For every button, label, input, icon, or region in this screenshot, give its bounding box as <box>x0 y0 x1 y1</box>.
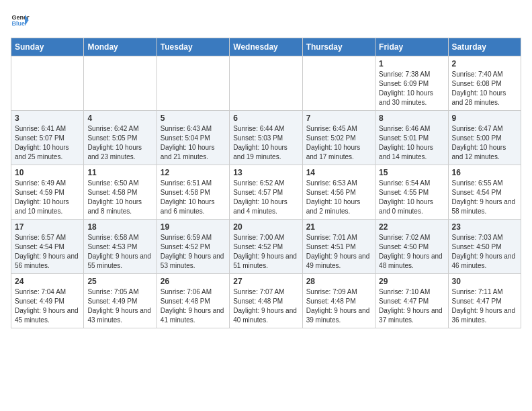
day-info: Sunrise: 6:49 AM Sunset: 4:59 PM Dayligh… <box>15 179 80 216</box>
day-info: Sunrise: 7:07 AM Sunset: 4:48 PM Dayligh… <box>233 287 298 325</box>
weekday-header-monday: Monday <box>84 38 157 56</box>
calendar-cell: 15Sunrise: 6:54 AM Sunset: 4:55 PM Dayli… <box>375 165 448 220</box>
day-info: Sunrise: 7:06 AM Sunset: 4:48 PM Dayligh… <box>161 287 226 325</box>
day-number: 10 <box>15 168 80 177</box>
day-info: Sunrise: 6:57 AM Sunset: 4:54 PM Dayligh… <box>15 233 80 271</box>
day-info: Sunrise: 7:02 AM Sunset: 4:50 PM Dayligh… <box>379 233 444 271</box>
day-info: Sunrise: 7:09 AM Sunset: 4:48 PM Dayligh… <box>306 287 371 325</box>
calendar-cell <box>11 56 84 111</box>
calendar-cell: 11Sunrise: 6:50 AM Sunset: 4:58 PM Dayli… <box>84 165 157 220</box>
day-number: 7 <box>306 113 371 123</box>
calendar-cell: 7Sunrise: 6:45 AM Sunset: 5:02 PM Daylig… <box>302 111 375 165</box>
calendar-cell: 24Sunrise: 7:04 AM Sunset: 4:49 PM Dayli… <box>11 274 84 328</box>
day-number: 5 <box>161 113 226 123</box>
day-info: Sunrise: 6:43 AM Sunset: 5:04 PM Dayligh… <box>161 124 226 162</box>
day-info: Sunrise: 7:11 AM Sunset: 4:47 PM Dayligh… <box>452 287 517 325</box>
calendar-cell: 19Sunrise: 6:59 AM Sunset: 4:52 PM Dayli… <box>157 220 229 274</box>
day-number: 25 <box>87 277 152 286</box>
calendar-cell: 6Sunrise: 6:44 AM Sunset: 5:03 PM Daylig… <box>230 111 302 165</box>
calendar-cell <box>157 56 229 111</box>
day-info: Sunrise: 7:10 AM Sunset: 4:47 PM Dayligh… <box>379 287 444 325</box>
day-info: Sunrise: 7:40 AM Sunset: 6:08 PM Dayligh… <box>452 70 517 107</box>
calendar-cell: 3Sunrise: 6:41 AM Sunset: 5:07 PM Daylig… <box>11 111 84 165</box>
weekday-header-friday: Friday <box>375 38 448 56</box>
calendar-cell: 5Sunrise: 6:43 AM Sunset: 5:04 PM Daylig… <box>157 111 229 165</box>
calendar-cell <box>230 56 302 111</box>
day-number: 3 <box>15 113 80 123</box>
day-number: 19 <box>161 222 226 232</box>
day-number: 4 <box>87 113 152 123</box>
day-info: Sunrise: 7:05 AM Sunset: 4:49 PM Dayligh… <box>87 287 152 325</box>
day-info: Sunrise: 6:51 AM Sunset: 4:58 PM Dayligh… <box>161 179 226 216</box>
calendar-cell: 20Sunrise: 7:00 AM Sunset: 4:52 PM Dayli… <box>230 220 302 274</box>
day-info: Sunrise: 7:04 AM Sunset: 4:49 PM Dayligh… <box>15 287 80 325</box>
day-number: 8 <box>379 113 444 123</box>
day-number: 18 <box>87 222 152 232</box>
day-number: 16 <box>452 168 517 177</box>
day-info: Sunrise: 6:47 AM Sunset: 5:00 PM Dayligh… <box>452 124 517 162</box>
calendar-cell: 14Sunrise: 6:53 AM Sunset: 4:56 PM Dayli… <box>302 165 375 220</box>
day-info: Sunrise: 6:58 AM Sunset: 4:53 PM Dayligh… <box>87 233 152 271</box>
calendar-cell: 13Sunrise: 6:52 AM Sunset: 4:57 PM Dayli… <box>230 165 302 220</box>
day-number: 1 <box>379 59 444 68</box>
calendar-table: SundayMondayTuesdayWednesdayThursdayFrid… <box>11 38 521 328</box>
day-number: 22 <box>379 222 444 232</box>
calendar-cell: 21Sunrise: 7:01 AM Sunset: 4:51 PM Dayli… <box>302 220 375 274</box>
calendar-cell: 25Sunrise: 7:05 AM Sunset: 4:49 PM Dayli… <box>84 274 157 328</box>
day-info: Sunrise: 6:50 AM Sunset: 4:58 PM Dayligh… <box>87 179 152 216</box>
day-number: 2 <box>452 59 517 68</box>
calendar-cell: 16Sunrise: 6:55 AM Sunset: 4:54 PM Dayli… <box>448 165 521 220</box>
day-info: Sunrise: 7:00 AM Sunset: 4:52 PM Dayligh… <box>233 233 298 271</box>
calendar-cell: 4Sunrise: 6:42 AM Sunset: 5:05 PM Daylig… <box>84 111 157 165</box>
day-info: Sunrise: 6:46 AM Sunset: 5:01 PM Dayligh… <box>379 124 444 162</box>
day-info: Sunrise: 7:38 AM Sunset: 6:09 PM Dayligh… <box>379 70 444 107</box>
weekday-header-saturday: Saturday <box>448 38 521 56</box>
calendar-cell: 18Sunrise: 6:58 AM Sunset: 4:53 PM Dayli… <box>84 220 157 274</box>
day-info: Sunrise: 6:53 AM Sunset: 4:56 PM Dayligh… <box>306 179 371 216</box>
calendar-cell: 30Sunrise: 7:11 AM Sunset: 4:47 PM Dayli… <box>448 274 521 328</box>
calendar-cell: 28Sunrise: 7:09 AM Sunset: 4:48 PM Dayli… <box>302 274 375 328</box>
day-info: Sunrise: 6:44 AM Sunset: 5:03 PM Dayligh… <box>233 124 298 162</box>
calendar-cell: 17Sunrise: 6:57 AM Sunset: 4:54 PM Dayli… <box>11 220 84 274</box>
weekday-header-tuesday: Tuesday <box>157 38 229 56</box>
day-number: 14 <box>306 168 371 177</box>
calendar-cell <box>84 56 157 111</box>
calendar-cell: 27Sunrise: 7:07 AM Sunset: 4:48 PM Dayli… <box>230 274 302 328</box>
day-number: 12 <box>161 168 226 177</box>
day-number: 6 <box>233 113 298 123</box>
day-number: 24 <box>15 277 80 286</box>
day-number: 27 <box>233 277 298 286</box>
calendar-cell: 12Sunrise: 6:51 AM Sunset: 4:58 PM Dayli… <box>157 165 229 220</box>
calendar-cell: 22Sunrise: 7:02 AM Sunset: 4:50 PM Dayli… <box>375 220 448 274</box>
day-number: 17 <box>15 222 80 232</box>
day-info: Sunrise: 6:55 AM Sunset: 4:54 PM Dayligh… <box>452 179 517 216</box>
calendar-cell: 23Sunrise: 7:03 AM Sunset: 4:50 PM Dayli… <box>448 220 521 274</box>
calendar-cell: 1Sunrise: 7:38 AM Sunset: 6:09 PM Daylig… <box>375 56 448 111</box>
logo-icon: General Blue <box>11 11 30 30</box>
day-info: Sunrise: 6:45 AM Sunset: 5:02 PM Dayligh… <box>306 124 371 162</box>
weekday-header-thursday: Thursday <box>302 38 375 56</box>
day-number: 11 <box>87 168 152 177</box>
day-number: 29 <box>379 277 444 286</box>
calendar-cell: 8Sunrise: 6:46 AM Sunset: 5:01 PM Daylig… <box>375 111 448 165</box>
day-info: Sunrise: 6:52 AM Sunset: 4:57 PM Dayligh… <box>233 179 298 216</box>
calendar-cell: 26Sunrise: 7:06 AM Sunset: 4:48 PM Dayli… <box>157 274 229 328</box>
day-number: 9 <box>452 113 517 123</box>
calendar-cell: 29Sunrise: 7:10 AM Sunset: 4:47 PM Dayli… <box>375 274 448 328</box>
calendar-cell: 2Sunrise: 7:40 AM Sunset: 6:08 PM Daylig… <box>448 56 521 111</box>
calendar-cell <box>302 56 375 111</box>
day-info: Sunrise: 7:03 AM Sunset: 4:50 PM Dayligh… <box>452 233 517 271</box>
day-number: 13 <box>233 168 298 177</box>
day-number: 20 <box>233 222 298 232</box>
page-header: General Blue <box>11 11 521 30</box>
calendar-cell: 9Sunrise: 6:47 AM Sunset: 5:00 PM Daylig… <box>448 111 521 165</box>
day-info: Sunrise: 6:54 AM Sunset: 4:55 PM Dayligh… <box>379 179 444 216</box>
day-number: 28 <box>306 277 371 286</box>
day-number: 26 <box>161 277 226 286</box>
calendar-cell: 10Sunrise: 6:49 AM Sunset: 4:59 PM Dayli… <box>11 165 84 220</box>
day-number: 30 <box>452 277 517 286</box>
day-number: 23 <box>452 222 517 232</box>
day-number: 21 <box>306 222 371 232</box>
day-info: Sunrise: 7:01 AM Sunset: 4:51 PM Dayligh… <box>306 233 371 271</box>
day-info: Sunrise: 6:42 AM Sunset: 5:05 PM Dayligh… <box>87 124 152 162</box>
